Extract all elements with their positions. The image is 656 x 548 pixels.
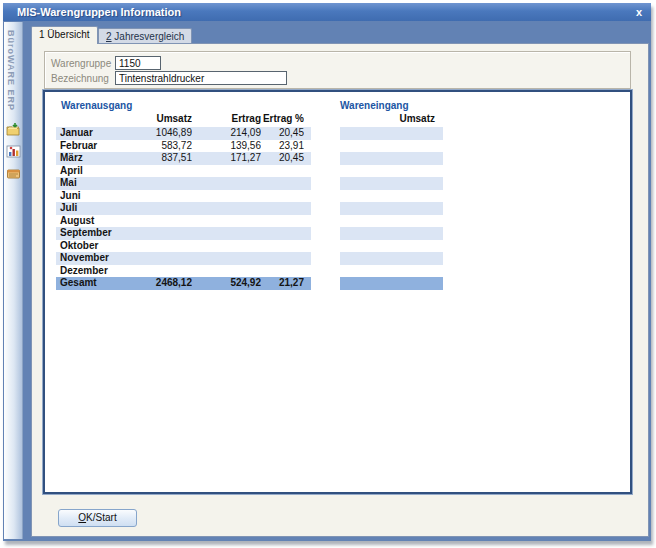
chart-icon[interactable]: [6, 144, 21, 159]
table-row-oktober: Oktober: [56, 240, 311, 253]
we-row: [340, 252, 443, 265]
tab-uebersicht[interactable]: 1 Übersicht: [31, 26, 98, 44]
warenausgang-header-row: Umsatz Ertrag Ertrag %: [56, 113, 311, 126]
we-row: [340, 127, 443, 140]
table-row-november: November: [56, 252, 311, 265]
col-we-umsatz: Umsatz: [399, 113, 435, 124]
table-row-juli: Juli: [56, 202, 311, 215]
bezeichnung-field[interactable]: [115, 71, 287, 85]
wareneingang-rows: [340, 127, 443, 290]
we-row: [340, 165, 443, 178]
we-row: [340, 240, 443, 253]
warenausgang-rows: Januar1046,89214,0920,45 Februar583,7213…: [56, 127, 311, 290]
table-row-september: September: [56, 227, 311, 240]
table-row-gesamt: Gesamt2468,12524,9221,27: [56, 277, 311, 290]
index-card-icon[interactable]: [6, 166, 21, 181]
warengruppe-groupbox: Warengruppe Bezeichnung: [44, 51, 631, 89]
table-row-maerz: März837,51171,2720,45: [56, 152, 311, 165]
brand-vertical-text: BüroWARE ERP: [6, 30, 16, 111]
table-row-mai: Mai: [56, 177, 311, 190]
warenausgang-title: Warenausgang: [61, 100, 132, 111]
we-row: [340, 152, 443, 165]
warengruppe-field[interactable]: [115, 56, 161, 70]
col-ertrag-pct: Ertrag %: [261, 113, 304, 126]
wareneingang-header-row: Umsatz: [340, 113, 443, 126]
table-row-august: August: [56, 215, 311, 228]
window-title: MIS-Warengruppen Information: [17, 3, 181, 21]
table-row-januar: Januar1046,89214,0920,45: [56, 127, 311, 140]
warengruppe-label: Warengruppe: [51, 58, 111, 69]
we-row: [340, 190, 443, 203]
table-row-april: April: [56, 165, 311, 178]
close-icon[interactable]: x: [636, 3, 642, 21]
we-row: [340, 265, 443, 278]
we-row: [340, 227, 443, 240]
we-row: [340, 177, 443, 190]
col-ertrag: Ertrag: [192, 113, 261, 126]
we-row: [340, 215, 443, 228]
we-row-gesamt: [340, 277, 443, 290]
mis-table-panel: Warenausgang Umsatz Ertrag Ertrag % Janu…: [43, 90, 632, 494]
we-row: [340, 202, 443, 215]
app-window: MIS-Warengruppen Information x BüroWARE …: [3, 3, 651, 541]
bezeichnung-label: Bezeichnung: [51, 73, 109, 84]
open-folder-icon[interactable]: [6, 122, 21, 137]
wareneingang-title: Wareneingang: [340, 100, 409, 111]
title-bar: MIS-Warengruppen Information x: [3, 3, 651, 21]
we-row: [340, 140, 443, 153]
col-umsatz: Umsatz: [136, 113, 192, 126]
table-row-dezember: Dezember: [56, 265, 311, 278]
brand-sidebar: BüroWARE ERP: [4, 22, 23, 539]
table-row-februar: Februar583,72139,5623,91: [56, 140, 311, 153]
ok-start-button[interactable]: OK/Start: [58, 509, 137, 527]
tab-page-uebersicht: Warengruppe Bezeichnung Warenausgang Ums…: [31, 43, 649, 537]
table-row-juni: Juni: [56, 190, 311, 203]
